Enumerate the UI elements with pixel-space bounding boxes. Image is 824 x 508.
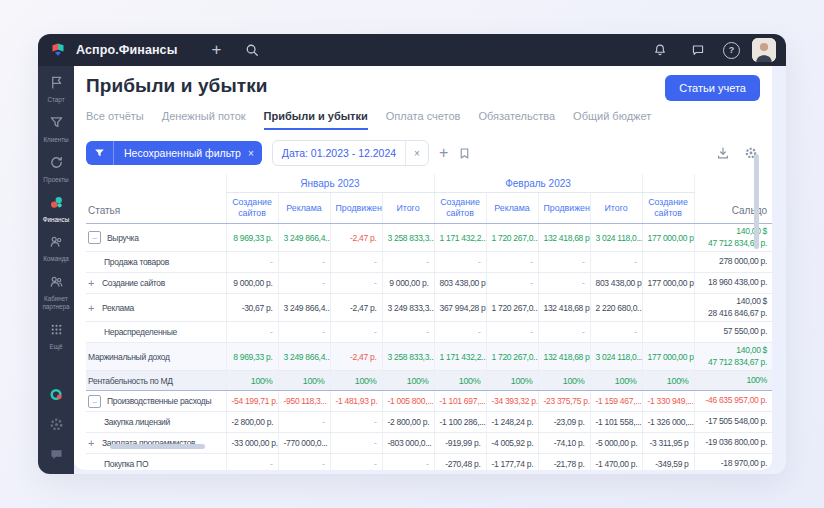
page-title: Прибыли и убытки <box>86 75 268 97</box>
value-cell: 100% <box>226 371 278 391</box>
sidebar-item-projects[interactable]: Проекты <box>38 155 74 184</box>
value-cell: -5 000,00 р. <box>590 433 642 454</box>
value-cell: - <box>486 273 538 294</box>
value-cell: -1 248,24 р. <box>486 412 538 433</box>
value-cell: 100% <box>538 371 590 391</box>
row-label: Продажа товаров <box>104 257 169 267</box>
avatar[interactable] <box>752 38 776 62</box>
horizontal-scrollbar[interactable] <box>110 444 205 449</box>
value-cell: 803 438,00 р. <box>590 273 642 294</box>
sidebar-item-partner[interactable]: Кабинет партнера <box>38 274 74 311</box>
topbar: Аспро.Финансы + ? <box>38 34 786 66</box>
row-label-cell: –Выручка <box>86 224 226 252</box>
table-row: Продажа товаров--------278 000,00 р. <box>86 252 772 273</box>
value-cell: -1 005 800,... <box>382 391 434 412</box>
row-label-cell: Маржинальный доход <box>86 343 226 371</box>
settings-gear-icon[interactable] <box>49 417 64 436</box>
value-cell <box>642 294 694 322</box>
value-cell: -2,47 р. <box>330 343 382 371</box>
projects-icon <box>49 155 64 174</box>
value-cell: 100% <box>278 371 330 391</box>
filter-funnel-icon[interactable] <box>86 141 114 165</box>
sidebar-item-finance[interactable]: Финансы <box>38 195 74 224</box>
tab-item[interactable]: Денежный поток <box>162 110 246 130</box>
value-cell: -74,10 р. <box>538 433 590 454</box>
remove-filter-icon[interactable]: × <box>248 148 254 159</box>
value-cell: 1 720 267,0... <box>486 294 538 322</box>
support-chat-icon[interactable] <box>49 447 64 466</box>
value-cell: 100% <box>330 371 382 391</box>
value-cell: -349,59 р <box>642 454 694 471</box>
sidebar-item-label: Старт <box>47 96 64 104</box>
sidebar-item-label: Команда <box>43 255 69 263</box>
value-cell: - <box>330 252 382 273</box>
expand-plus-icon[interactable]: + <box>88 277 96 289</box>
expand-plus-icon[interactable]: + <box>88 302 96 314</box>
sidebar-item-start[interactable]: Старт <box>38 75 74 104</box>
sidebar-item-label: Клиенты <box>43 136 68 144</box>
statya-column-header: Статья <box>86 193 226 224</box>
value-cell: -1 326 000,... <box>642 412 694 433</box>
more-icon <box>49 322 64 341</box>
value-cell: -23,09 р. <box>538 412 590 433</box>
tab-item[interactable]: Все отчёты <box>86 110 144 130</box>
remove-date-filter-icon[interactable]: × <box>406 148 428 159</box>
row-label-cell: +Зарплата программистов <box>86 433 226 454</box>
value-cell: -1 159 467,... <box>590 391 642 412</box>
vertical-scrollbar[interactable] <box>754 154 759 249</box>
collapse-toggle-icon[interactable]: – <box>88 231 101 244</box>
saldo-cell: 140,00 $47 712 834,67 р. <box>694 343 772 371</box>
row-label: Нераспределенные <box>104 327 177 337</box>
messages-chat-icon[interactable] <box>685 37 711 63</box>
sidebar-item-clients[interactable]: Клиенты <box>38 115 74 144</box>
tab-item[interactable]: Прибыли и убытки <box>264 110 368 130</box>
table-row: Покупка ПО-----270,48 р.-1 177,74 р.-21,… <box>86 454 772 471</box>
tab-item[interactable]: Оплата счетов <box>386 110 461 130</box>
value-cell: 3 258 833,3... <box>382 224 434 252</box>
tab-item[interactable]: Обязательства <box>478 110 555 130</box>
value-cell: -34 393,32 р. <box>486 391 538 412</box>
value-cell: 3 024 118,0... <box>590 343 642 371</box>
main-content: Прибыли и убытки Статьи учета Все отчёты… <box>74 66 786 474</box>
value-cell: 132 418,68 р. <box>538 343 590 371</box>
value-cell: 100% <box>434 371 486 391</box>
value-cell: 3 249 866,4... <box>278 224 330 252</box>
notifications-bell-icon[interactable] <box>647 37 673 63</box>
value-cell: - <box>382 454 434 471</box>
row-label: Создание сайтов <box>102 278 165 288</box>
partner-icon <box>49 274 64 293</box>
value-cell: 3 249 866,4... <box>278 343 330 371</box>
column-header: Итого <box>382 193 434 224</box>
collapse-toggle-icon[interactable]: – <box>88 395 101 408</box>
value-cell: 177 000,00 р <box>642 343 694 371</box>
value-cell: - <box>382 252 434 273</box>
create-plus-icon[interactable]: + <box>203 37 229 63</box>
saldo-cell: -46 635 957,00 р. <box>694 391 772 412</box>
value-cell: 8 969,33 р. <box>226 224 278 252</box>
unsaved-filter-chip[interactable]: Несохраненный фильтр × <box>86 141 262 165</box>
accounting-articles-button[interactable]: Статьи учета <box>665 75 760 101</box>
expand-plus-icon[interactable]: + <box>88 437 96 449</box>
saldo-cell: 18 960 438,00 р. <box>694 273 772 294</box>
add-filter-icon[interactable]: + <box>439 145 448 161</box>
tab-item[interactable]: Общий бюджет <box>573 110 651 130</box>
sidebar-item-more[interactable]: Ещё <box>38 322 74 351</box>
bookmark-icon[interactable] <box>458 147 471 160</box>
date-filter-chip[interactable]: Дата: 01.2023 - 12.2024 × <box>272 140 429 166</box>
value-cell: 803 438,00 р. <box>434 273 486 294</box>
saldo-cell: 140,00 $47 712 834,67 р. <box>694 224 772 252</box>
search-icon[interactable] <box>239 37 265 63</box>
value-cell: -1 177,74 р. <box>486 454 538 471</box>
value-cell: -1 470,00 р. <box>590 454 642 471</box>
sidebar-item-team[interactable]: Команда <box>38 234 74 263</box>
table-row: Нераспределенные--------57 550,00 р. <box>86 322 772 343</box>
column-header: Реклама <box>278 193 330 224</box>
value-cell: -270,48 р. <box>434 454 486 471</box>
page-background: { "topbar": { "app_name": "Аспро.Финансы… <box>0 0 824 508</box>
value-cell: -770 000,0... <box>278 433 330 454</box>
download-icon[interactable] <box>716 146 730 160</box>
app-logo-icon <box>50 42 66 58</box>
help-icon[interactable]: ? <box>723 42 740 59</box>
app-logo-badge[interactable] <box>49 387 64 406</box>
value-cell: - <box>330 273 382 294</box>
